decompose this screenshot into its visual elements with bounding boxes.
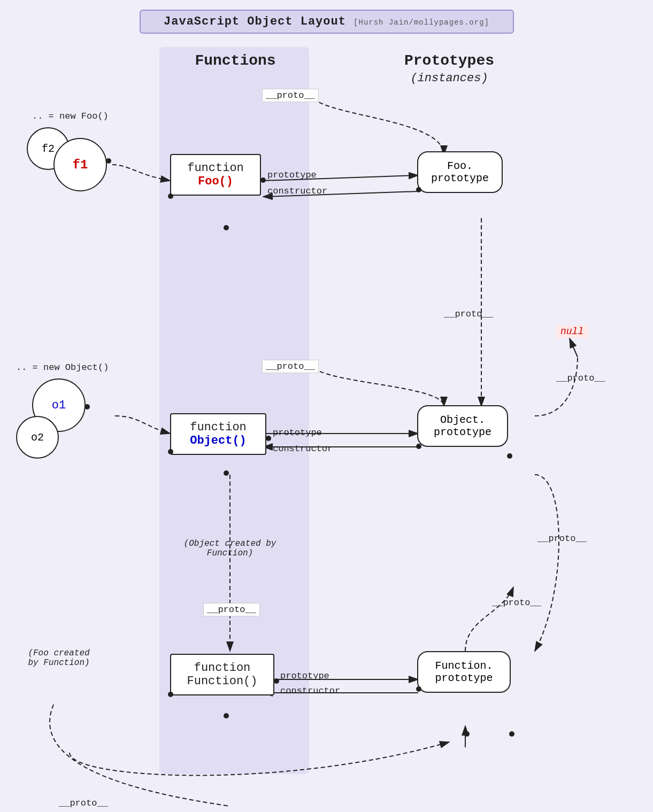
- o1-dot: [84, 404, 90, 409]
- object-function-box: function Object(): [170, 413, 266, 455]
- fn-constructor-label: constructor: [280, 686, 340, 696]
- svg-line-6: [570, 338, 578, 357]
- col-header-prototypes: Prototypes (instances): [396, 52, 503, 86]
- obj-func-name: Object(): [190, 434, 247, 447]
- fn-proto-line2: prototype: [435, 672, 493, 684]
- foo-func-keyword: function: [182, 161, 249, 175]
- note-foo-created: (Foo createdby Function): [16, 648, 102, 668]
- title-text: JavaScript Object Layout: [164, 15, 346, 28]
- obj-prototype-label: prototype: [273, 428, 322, 438]
- fn-proto-bottom-right-dot: [509, 731, 514, 737]
- obj-func-keyword: function: [182, 421, 255, 434]
- obj-func-prototype-dot: [266, 436, 271, 441]
- f1-label: f1: [73, 158, 88, 172]
- obj-proto-line1: Object.: [440, 414, 485, 426]
- fn-func-proto-dot: [224, 713, 229, 718]
- fn-func-name: Function(): [187, 675, 257, 688]
- obj-func-proto-dot: [224, 470, 229, 476]
- page-container: JavaScript Object Layout [Hursh Jain/mol…: [0, 10, 653, 812]
- foo-function-box: function Foo(): [170, 154, 261, 196]
- fn-proto-line1: Function.: [435, 660, 493, 672]
- o2-label: o2: [31, 431, 44, 444]
- foo-prototype-box: Foo. prototype: [417, 151, 503, 193]
- null-proto-label: __proto__: [556, 373, 605, 383]
- o2-circle: o2: [16, 416, 59, 459]
- foo-constructor-label: constructor: [267, 186, 327, 196]
- foo-proto-constructor-dot: [416, 187, 421, 192]
- null-label: null: [556, 325, 588, 338]
- function-prototype-box: Function. prototype: [417, 651, 511, 693]
- fn-func-prototype-dot: [274, 678, 279, 684]
- fn-func-keyword: function: [182, 661, 263, 675]
- credit-text: [Hursh Jain/mollypages.org]: [354, 18, 489, 27]
- obj-proto-line2: prototype: [434, 426, 491, 438]
- foo-proto-line2: prototype: [431, 172, 489, 184]
- foo-func-prototype-dot: [260, 177, 266, 183]
- foo-func-proto-dot: [224, 225, 229, 230]
- foo-proto-line1: Foo.: [447, 160, 473, 172]
- fn-top-proto-label: __proto__: [203, 603, 260, 616]
- f2-label: f2: [42, 143, 55, 155]
- title-bar: JavaScript Object Layout [Hursh Jain/mol…: [140, 10, 514, 34]
- fn-func-constructor-dot: [168, 692, 173, 697]
- bottom-proto-label: __proto__: [59, 798, 108, 808]
- foo-prototype-label: prototype: [267, 170, 317, 180]
- new-foo-label: .. = new Foo(): [32, 111, 109, 121]
- f1-circle: f1: [53, 138, 107, 191]
- fn-proto-bottom-dot: [464, 731, 470, 737]
- obj-constructor-label: constructor: [273, 444, 333, 454]
- foo-proto-down-label: __proto__: [444, 309, 493, 319]
- obj-proto-down-label: __proto__: [537, 533, 587, 544]
- new-object-label: .. = new Object(): [16, 362, 109, 373]
- foo-func-name: Foo(): [198, 175, 233, 188]
- fn-proto-constructor-dot: [416, 686, 421, 692]
- col-header-functions: Functions: [182, 52, 289, 69]
- obj-func-constructor-dot: [168, 449, 173, 454]
- top-proto-label: __proto__: [262, 89, 319, 102]
- function-function-box: function Function(): [170, 654, 274, 695]
- obj-top-proto-label: __proto__: [262, 360, 319, 373]
- o1-label: o1: [52, 399, 66, 412]
- obj-proto-right-dot: [507, 453, 512, 459]
- foo-func-constructor-dot: [168, 194, 173, 199]
- f1-dot: [106, 158, 111, 164]
- obj-proto-constructor-dot: [416, 444, 421, 449]
- fn-prototype-label: prototype: [280, 671, 329, 681]
- fn-proto-up-label: __proto__: [492, 598, 541, 608]
- note-object-created: (Object created byFunction): [176, 539, 283, 558]
- object-prototype-box: Object. prototype: [417, 405, 508, 447]
